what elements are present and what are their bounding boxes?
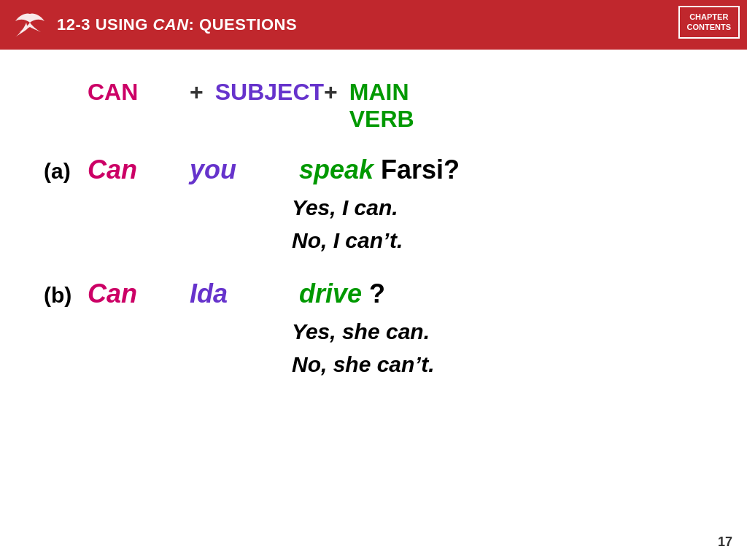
- chapter-contents-line2: CONTENTS: [687, 23, 732, 31]
- example-b-verb: drive: [299, 279, 362, 309]
- example-b-can: Can: [88, 279, 182, 309]
- formula-main-verb-block: MAIN VERB: [349, 79, 414, 133]
- example-b-section: (b) Can Ida drive ? Yes, she can. No, sh…: [44, 279, 703, 381]
- chapter-contents-button[interactable]: CHAPTER CONTENTS: [678, 6, 740, 39]
- page-number: 17: [718, 534, 732, 550]
- chapter-contents-line1: CHAPTER: [689, 12, 728, 21]
- formula-row: CAN + SUBJECT + MAIN VERB: [88, 79, 703, 133]
- example-a-response1: Yes, I can.: [292, 191, 703, 224]
- example-b-subject: Ida: [190, 279, 292, 309]
- example-a-row: (a) Can you speak Farsi?: [44, 155, 703, 185]
- example-b-label: (b): [44, 283, 88, 308]
- formula-main-verb-line1: MAIN: [349, 79, 409, 106]
- example-a-verb: speak: [299, 155, 374, 185]
- example-b-response1: Yes, she can.: [292, 315, 703, 348]
- example-a-response: Yes, I can. No, I can’t.: [292, 191, 703, 257]
- formula-main-verb-line2: VERB: [349, 106, 414, 133]
- example-b-response: Yes, she can. No, she can’t.: [292, 315, 703, 381]
- svg-point-0: [26, 15, 30, 19]
- example-b-row: (b) Can Ida drive ?: [44, 279, 703, 309]
- example-a-section: (a) Can you speak Farsi? Yes, I can. No,…: [44, 155, 703, 257]
- example-a-label: (a): [44, 159, 88, 184]
- header-title-suffix: : QUESTIONS: [189, 15, 298, 34]
- header-title: 12-3 USING CAN: QUESTIONS: [57, 15, 297, 34]
- header-bar: 12-3 USING CAN: QUESTIONS CHAPTER CONTEN…: [0, 0, 747, 50]
- formula-can: CAN: [88, 79, 190, 106]
- header-title-italic: CAN: [152, 15, 188, 34]
- main-content: CAN + SUBJECT + MAIN VERB (a) Can you sp…: [0, 50, 747, 560]
- example-b-rest: ?: [369, 279, 385, 309]
- formula-subject: SUBJECT: [215, 79, 324, 106]
- example-b-response2: No, she can’t.: [292, 348, 703, 381]
- example-a-rest: Farsi?: [381, 155, 460, 185]
- example-a-subject: you: [190, 155, 292, 185]
- formula-plus2: +: [324, 79, 338, 106]
- formula-plus1: +: [190, 79, 204, 106]
- bird-logo: [12, 7, 48, 43]
- header-title-prefix: 12-3 USING: [57, 15, 152, 34]
- example-a-response2: No, I can’t.: [292, 224, 703, 257]
- example-a-can: Can: [88, 155, 182, 185]
